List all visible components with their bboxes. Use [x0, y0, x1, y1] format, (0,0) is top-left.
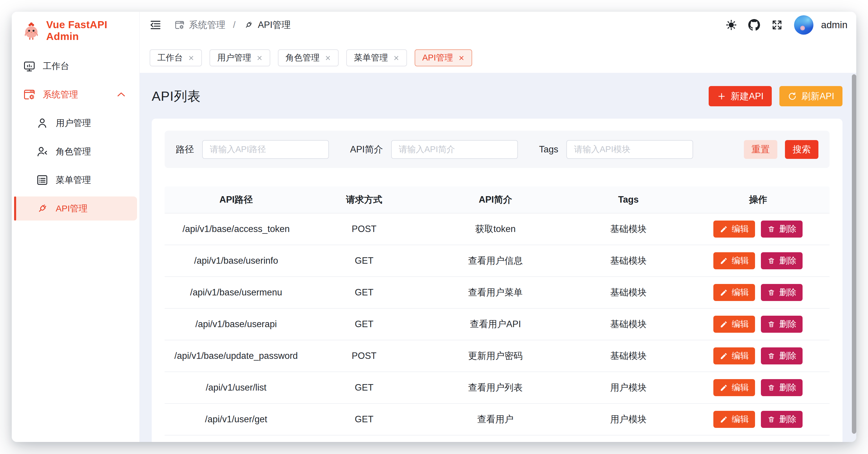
sidebar-item-menus[interactable]: 菜单管理	[14, 168, 137, 192]
breadcrumb-label: API管理	[258, 19, 291, 31]
sidebar-item-roles[interactable]: 角色管理	[14, 140, 137, 164]
chick-logo-icon	[21, 20, 42, 41]
user-role-icon	[36, 145, 49, 158]
breadcrumb-current[interactable]: API管理	[243, 19, 291, 31]
edit-button[interactable]: 编辑	[713, 221, 755, 237]
table-header: API路径 请求方式 API简介 Tags 操作	[165, 187, 830, 214]
user-icon	[36, 117, 49, 130]
trash-icon	[767, 225, 775, 233]
collapse-sidebar-icon[interactable]	[150, 19, 161, 31]
tags-label: Tags	[539, 144, 558, 155]
tab[interactable]: 工作台	[150, 49, 202, 66]
edit-button[interactable]: 编辑	[713, 252, 755, 269]
vertical-scrollbar-thumb[interactable]	[852, 74, 856, 434]
refresh-api-button[interactable]: 刷新API	[779, 86, 842, 106]
summary-input[interactable]	[391, 140, 518, 159]
cell-tags: 基础模块	[570, 223, 687, 235]
trash-icon	[767, 320, 775, 328]
tab-close-icon[interactable]	[393, 55, 399, 61]
edit-button[interactable]: 编辑	[713, 347, 755, 364]
tab-close-icon[interactable]	[188, 55, 194, 61]
cell-path: /api/v1/base/update_password	[165, 351, 308, 361]
trash-icon	[767, 289, 775, 296]
summary-label: API简介	[350, 143, 383, 155]
edit-button[interactable]: 编辑	[713, 316, 755, 333]
fullscreen-icon[interactable]	[771, 19, 783, 31]
sidebar-item-system[interactable]: 系统管理	[14, 83, 137, 107]
reset-button[interactable]: 重置	[744, 140, 777, 159]
cell-method: GET	[308, 319, 421, 330]
system-window-gear-icon	[23, 88, 36, 101]
table-row: /api/v1/base/userinfo GET 查看用户信息 基础模块 编辑…	[165, 245, 830, 277]
col-method: 请求方式	[308, 194, 421, 206]
tags-input[interactable]	[566, 140, 693, 159]
cell-method: GET	[308, 414, 421, 425]
sidebar-item-label: API管理	[56, 203, 88, 215]
breadcrumb-label: 系统管理	[189, 19, 225, 31]
col-summary: API简介	[421, 194, 570, 206]
pencil-icon	[720, 257, 728, 265]
tab[interactable]: API管理	[415, 49, 472, 66]
tab[interactable]: 菜单管理	[346, 49, 407, 66]
cell-tags: 用户模块	[570, 381, 687, 394]
table-row: /api/v1/user/list GET 查看用户列表 用户模块 编辑 删除	[165, 372, 830, 404]
pencil-icon	[720, 352, 728, 360]
tab[interactable]: 角色管理	[278, 49, 339, 66]
search-button[interactable]: 搜索	[785, 140, 818, 159]
breadcrumb-system[interactable]: 系统管理	[174, 19, 225, 31]
theme-sun-icon[interactable]	[725, 19, 737, 31]
path-input[interactable]	[202, 140, 329, 159]
cell-path: /api/v1/base/usermenu	[165, 287, 308, 298]
cell-path: /api/v1/user/list	[165, 382, 308, 393]
cell-tags: 基础模块	[570, 286, 687, 299]
table-row: /api/v1/base/update_password POST 更新用户密码…	[165, 340, 830, 372]
main-area: 系统管理 / API管理	[140, 12, 856, 442]
cell-method: GET	[308, 382, 421, 393]
delete-button[interactable]: 删除	[761, 221, 803, 237]
delete-button[interactable]: 删除	[761, 347, 803, 364]
tab-label: 角色管理	[285, 52, 319, 64]
sidebar-item-users[interactable]: 用户管理	[14, 111, 137, 135]
col-path: API路径	[165, 194, 308, 206]
github-icon[interactable]	[748, 19, 760, 31]
trash-icon	[767, 352, 775, 360]
cell-summary: 查看用户信息	[421, 255, 570, 267]
page-title: API列表	[152, 87, 201, 105]
cell-tags: 基础模块	[570, 318, 687, 330]
refresh-icon	[787, 92, 797, 101]
sidebar-item-label: 角色管理	[56, 146, 91, 158]
top-header: 系统管理 / API管理	[140, 12, 856, 38]
edit-button[interactable]: 编辑	[713, 379, 755, 396]
pencil-icon	[720, 416, 728, 423]
tab[interactable]: 用户管理	[210, 49, 270, 66]
user-avatar[interactable]	[794, 15, 813, 35]
plus-icon	[717, 92, 726, 101]
delete-button[interactable]: 删除	[761, 379, 803, 396]
sidebar: Vue FastAPI Admin 工作台 系统管理	[12, 12, 140, 442]
app-logo[interactable]: Vue FastAPI Admin	[12, 12, 140, 49]
edit-button[interactable]: 编辑	[713, 284, 755, 301]
new-api-button[interactable]: 新建API	[709, 86, 772, 106]
pencil-icon	[720, 289, 728, 296]
tab-close-icon[interactable]	[325, 55, 331, 61]
cell-method: POST	[308, 224, 421, 234]
api-list-card: 路径 API简介 Tags 重置 搜索 API路径 请求方式 API简介 Tag…	[152, 119, 842, 442]
sidebar-item-label: 菜单管理	[56, 174, 91, 186]
cell-summary: 查看用户API	[421, 318, 570, 330]
delete-button[interactable]: 删除	[761, 252, 803, 269]
monitor-icon	[23, 60, 36, 73]
edit-button[interactable]: 编辑	[713, 411, 755, 428]
tab-close-icon[interactable]	[256, 55, 262, 61]
chevron-up-icon	[115, 88, 128, 101]
cell-summary: 查看用户	[421, 413, 570, 426]
cell-path: /api/v1/base/userinfo	[165, 255, 308, 266]
delete-button[interactable]: 删除	[761, 284, 803, 301]
sidebar-item-api[interactable]: API管理	[14, 196, 137, 221]
tab-close-icon[interactable]	[458, 55, 465, 61]
username[interactable]: admin	[821, 19, 847, 31]
trash-icon	[767, 257, 775, 265]
delete-button[interactable]: 删除	[761, 316, 803, 333]
delete-button[interactable]: 删除	[761, 411, 803, 428]
sidebar-item-workbench[interactable]: 工作台	[14, 54, 137, 78]
sidebar-item-label: 工作台	[43, 60, 69, 72]
